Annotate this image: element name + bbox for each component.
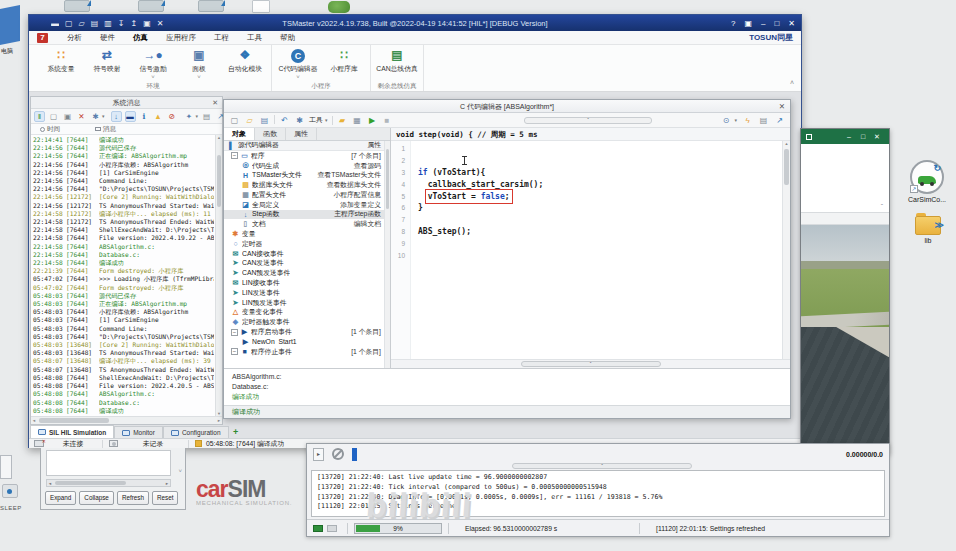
open-file-icon[interactable]: ▱ [244,115,255,126]
ribbon-button[interactable]: ∷小程序库 [321,45,367,81]
info-filter-icon[interactable]: ℹ [139,111,150,122]
code-line[interactable]: 7 [391,214,781,226]
tree-row[interactable]: △变量变化事件 [224,308,390,318]
lib-folder-shortcut[interactable]: lib [910,216,946,244]
bottom-tab[interactable]: SIL HIL Simulation [30,425,114,438]
log-row[interactable]: 05:48:03[7644]小程序库依赖: ABSAlgorithm [33,308,214,316]
tree-row[interactable]: ➤LIN发送事件 [224,288,390,298]
new-page-icon[interactable]: ▢ [48,111,59,122]
log-row[interactable]: 22:14:56[7644]Command Line: [33,177,214,185]
code-line[interactable]: 5 vToStart = false; [391,190,781,202]
print-icon[interactable]: ▤ [201,111,212,122]
log-row[interactable]: 05:47:02[7644]Form destroyed: 小程序库 [33,284,214,292]
log-row[interactable]: 05:48:08[7644]Database.c: [33,399,214,407]
tree-row[interactable]: ◪全局定义添加变量定义 [224,200,390,210]
log-row[interactable]: 05:48:08[7644]ABSAlgorithm.c: [33,390,214,398]
log-row[interactable]: 22:14:58[7644]ShellExecAndWait: D:\Proje… [33,226,214,234]
code-line[interactable]: 8ABS_step(); [391,226,781,238]
tree-row[interactable]: −■程序停止事件[1 个条目] [224,347,390,357]
comment-filter-icon[interactable]: ▬ [125,111,136,122]
tree-row[interactable]: ▶NewOn_Start1 [224,337,390,347]
close-icon[interactable]: ✕ [212,97,218,109]
prohibition-icon[interactable] [332,448,344,460]
log-row[interactable]: 22:14:56[7644]小程序库依赖: ABSAlgorithm [33,161,214,169]
menu-item[interactable]: 仿真 [124,33,157,43]
run-icon[interactable]: ▶ [367,115,378,126]
add-tab-button[interactable]: + [229,426,243,438]
scroll-bottom-icon[interactable]: ↓ [111,111,122,122]
menu-item[interactable]: 应用程序 [157,33,205,43]
sleep-app-icon[interactable] [2,484,18,498]
save-icon[interactable]: ▤ [91,19,99,28]
object-tree[interactable]: ▌源代码编辑器属性−▭程序[7 个条目]◎代码生成查看源码HTSMaster头文… [224,141,390,368]
message-column-header[interactable]: 消息 [95,125,222,134]
error-filter-icon[interactable]: ⊘ [167,111,178,122]
tab-item[interactable]: 函数 [255,128,286,140]
code-line[interactable]: 6} [391,202,781,214]
tree-row[interactable]: ◈定时器触发事件 [224,317,390,327]
expander-icon[interactable]: − [231,348,238,355]
bottom-tab[interactable]: Monitor [114,426,163,438]
menu-item[interactable]: 工程 [205,33,238,43]
close-button[interactable]: ✕ [870,133,884,141]
print-icon[interactable]: ▤ [758,115,769,126]
log-row[interactable]: 22:14:58[12172]TS AnonymousThread Ended:… [33,218,214,226]
editor-title-bar[interactable]: C 代码编辑器 [ABSAlgorithm*] ✕ [224,100,790,113]
tree-row[interactable]: ✱变量 [224,229,390,239]
log-row[interactable]: 05:48:07[13648]TS AnonymousThread Ended:… [33,366,214,374]
log-row[interactable]: 22:14:58[7644]File version: 2022.4.19.22… [33,234,214,242]
log-row[interactable]: 22:14:58[7644]Database.c: [33,251,214,259]
vertical-scrollbar[interactable]: ▲▼ [215,135,222,416]
menu-item[interactable]: 硬件 [91,33,124,43]
clear-icon[interactable]: ✕ [76,111,87,122]
reset-button[interactable]: Reset [152,491,178,505]
export-icon[interactable]: ↗ [774,115,785,126]
float-window-icon[interactable]: ▣ [143,19,151,28]
maximize-button[interactable]: □ [856,133,870,141]
log-row[interactable]: 05:48:03[13648]TS AnonymousThread Starte… [33,349,214,357]
find-icon[interactable]: ✦ [184,111,195,122]
desktop-document-icon[interactable] [252,0,270,13]
close-workspace-icon[interactable]: ✕ [157,19,164,28]
expander-icon[interactable]: − [231,152,238,159]
desktop-camera-shortcut-icon[interactable] [198,0,224,12]
settings-gear-icon[interactable]: ✱ [90,111,101,122]
messages-log-list[interactable]: 22:14:41[7644]编译成功22:14:56[7644]源代码已保存22… [31,135,222,416]
code-line[interactable]: 1 [391,143,781,155]
code-line[interactable]: 2 [391,155,781,167]
tree-row[interactable]: ▦配置头文件小程序配置信息 [224,190,390,200]
log-row[interactable]: 22:14:56[12172][Core 2] Running: WaitWit… [33,193,214,201]
warning-filter-icon[interactable]: ▲ [153,111,164,122]
desktop-camera-shortcut-icon[interactable] [138,0,164,12]
quick-build-icon[interactable]: ϟ [742,115,753,126]
pin-button[interactable]: ▣ [744,19,752,28]
tree-row[interactable]: ▤数据库头文件查看数据库头文件 [224,180,390,190]
carsim-window-title-bar[interactable]: –□✕ [801,129,889,144]
tree-row[interactable]: ✉LIN接收事件 [224,278,390,288]
log-row[interactable]: 22:14:56[7644]"D:\Projects\TOSUN\Project… [33,185,214,193]
tree-row[interactable]: ○定时器 [224,239,390,249]
menu-item[interactable]: 分析 [58,33,91,43]
stop-icon[interactable]: ■ [382,115,393,126]
log-row[interactable]: 05:48:03[7644] [1] CarSimEngine [33,316,214,324]
new-icon[interactable]: ▢ [65,19,73,28]
code-line[interactable]: 4 callback_start_carsim(); [391,178,781,190]
close-icon[interactable]: ✕ [779,100,785,113]
tab-objects-active[interactable]: 对象 [224,128,255,140]
ribbon-button[interactable]: ▤CAN总线仿真 [374,45,420,81]
ribbon-button[interactable]: ∷系统变量 [38,45,84,81]
code-line[interactable]: 9 [391,237,781,249]
dropdown-button[interactable]: ▸ [313,448,324,461]
refresh-button[interactable]: Refresh [117,491,149,505]
log-row[interactable]: 22:21:39[7644]Form destroyed: 小程序库 [33,267,214,275]
log-row[interactable]: 05:48:08[7644]ShellExecAndWait: D:\Proje… [33,374,214,382]
log-row[interactable]: 05:48:08[7644]File version: 2022.4.20.5 … [33,382,214,390]
settings-gear-icon[interactable]: ✱ [294,115,305,126]
menu-item[interactable]: 帮助 [271,33,304,43]
ribbon-button[interactable]: →●信号激励˅ [130,45,176,81]
compile-icon[interactable]: ▦ [352,115,363,126]
close-button[interactable]: ✕ [788,19,795,28]
tools-menu-button[interactable]: 工具 [309,115,323,125]
tree-row[interactable]: HTSMaster头文件查看TSMaster头文件 [224,170,390,180]
save-all-icon[interactable]: ▥ [104,19,112,28]
